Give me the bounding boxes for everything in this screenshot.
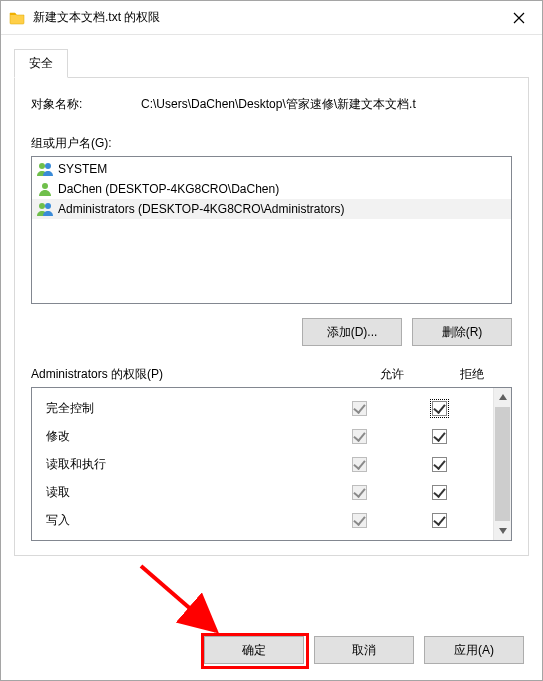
deny-cell: [399, 425, 479, 447]
list-item-label: Administrators (DESKTOP-4KG8CRO\Administ…: [58, 200, 345, 218]
permission-name: 写入: [46, 509, 319, 531]
list-buttons: 添加(D)... 删除(R): [31, 318, 512, 346]
list-item-label: DaChen (DESKTOP-4KG8CRO\DaChen): [58, 180, 279, 198]
window-title: 新建文本文档.txt 的权限: [33, 9, 496, 26]
deny-cell: [399, 509, 479, 531]
remove-button[interactable]: 删除(R): [412, 318, 512, 346]
permission-row: 写入: [32, 506, 493, 534]
allow-checkbox: [352, 401, 367, 416]
list-item[interactable]: Administrators (DESKTOP-4KG8CRO\Administ…: [32, 199, 511, 219]
group-icon: [36, 201, 54, 217]
add-button[interactable]: 添加(D)...: [302, 318, 402, 346]
svg-point-4: [45, 203, 51, 209]
apply-button[interactable]: 应用(A): [424, 636, 524, 664]
deny-cell: [399, 453, 479, 475]
object-name-value: C:\Users\DaChen\Desktop\管家速修\新建文本文档.t: [141, 96, 512, 113]
permission-name: 读取和执行: [46, 453, 319, 475]
scrollbar[interactable]: [493, 388, 511, 540]
permission-row: 读取和执行: [32, 450, 493, 478]
svg-line-5: [141, 566, 216, 631]
deny-checkbox[interactable]: [432, 513, 447, 528]
deny-checkbox[interactable]: [432, 457, 447, 472]
tab-strip: 安全: [14, 50, 529, 78]
folder-icon: [9, 10, 25, 26]
scroll-up-icon[interactable]: [494, 388, 511, 406]
list-item-label: SYSTEM: [58, 160, 107, 178]
close-button[interactable]: [496, 2, 542, 34]
user-icon: [36, 181, 54, 197]
deny-cell: [399, 481, 479, 503]
allow-cell: [319, 509, 399, 531]
object-name-label: 对象名称:: [31, 96, 141, 113]
titlebar: 新建文本文档.txt 的权限: [1, 1, 542, 35]
list-item[interactable]: SYSTEM: [32, 159, 511, 179]
object-name-row: 对象名称: C:\Users\DaChen\Desktop\管家速修\新建文本文…: [31, 96, 512, 113]
group-icon: [36, 161, 54, 177]
dialog-buttons: 确定 取消 应用(A): [1, 636, 542, 664]
permission-name: 读取: [46, 481, 319, 503]
allow-checkbox: [352, 457, 367, 472]
permission-row: 修改: [32, 422, 493, 450]
deny-checkbox[interactable]: [432, 429, 447, 444]
allow-checkbox: [352, 429, 367, 444]
permission-name: 完全控制: [46, 397, 319, 419]
groups-listbox[interactable]: SYSTEMDaChen (DESKTOP-4KG8CRO\DaChen)Adm…: [31, 156, 512, 304]
security-pane: 对象名称: C:\Users\DaChen\Desktop\管家速修\新建文本文…: [14, 78, 529, 556]
svg-point-2: [42, 183, 48, 189]
cancel-button[interactable]: 取消: [314, 636, 414, 664]
permission-name: 修改: [46, 425, 319, 447]
groups-label: 组或用户名(G):: [31, 135, 512, 152]
scroll-down-icon[interactable]: [494, 522, 511, 540]
svg-point-0: [39, 163, 45, 169]
permission-row: 读取: [32, 478, 493, 506]
deny-col-header: 拒绝: [432, 366, 512, 383]
deny-checkbox[interactable]: [432, 485, 447, 500]
list-item[interactable]: DaChen (DESKTOP-4KG8CRO\DaChen): [32, 179, 511, 199]
permissions-title: Administrators 的权限(P): [31, 366, 352, 383]
svg-point-1: [45, 163, 51, 169]
allow-col-header: 允许: [352, 366, 432, 383]
allow-cell: [319, 397, 399, 419]
permissions-header: Administrators 的权限(P) 允许 拒绝: [31, 366, 512, 383]
permission-row: 完全控制: [32, 394, 493, 422]
ok-button[interactable]: 确定: [204, 636, 304, 664]
tab-security[interactable]: 安全: [14, 49, 68, 78]
deny-checkbox[interactable]: [432, 401, 447, 416]
allow-checkbox: [352, 485, 367, 500]
deny-cell: [399, 397, 479, 419]
scroll-thumb[interactable]: [495, 407, 510, 521]
permissions-listbox: 完全控制修改读取和执行读取写入: [31, 387, 512, 541]
allow-cell: [319, 481, 399, 503]
allow-cell: [319, 453, 399, 475]
allow-cell: [319, 425, 399, 447]
allow-checkbox: [352, 513, 367, 528]
svg-point-3: [39, 203, 45, 209]
